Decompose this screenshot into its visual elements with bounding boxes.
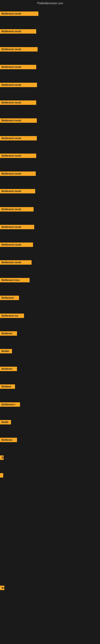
bottleneck-badge-24[interactable]: Bottle bbox=[0, 420, 11, 424]
bottleneck-badge-4[interactable]: Bottleneck result bbox=[0, 65, 36, 69]
bottleneck-badge-2[interactable]: Bottleneck result bbox=[0, 29, 36, 34]
bottleneck-item-28: Bo bbox=[0, 586, 4, 591]
bottleneck-badge-16[interactable]: Bottleneck resu bbox=[0, 278, 30, 282]
bottleneck-badge-9[interactable]: Bottleneck result bbox=[0, 154, 36, 158]
bottleneck-badge-19[interactable]: Bottlenec bbox=[0, 331, 17, 336]
bottleneck-item-15: Bottleneck result bbox=[0, 260, 32, 266]
bottleneck-item-8: Bottleneck result bbox=[0, 136, 37, 141]
bottleneck-badge-22[interactable]: Bottlene bbox=[0, 384, 15, 389]
bottleneck-item-4: Bottleneck result bbox=[0, 65, 36, 70]
bottleneck-item-19: Bottlenec bbox=[0, 331, 17, 336]
bottleneck-badge-25[interactable]: Bottlenec bbox=[0, 438, 17, 442]
site-header: TheBottlenecker.com bbox=[0, 0, 100, 6]
bottleneck-item-12: Bottleneck result bbox=[0, 207, 34, 212]
bottleneck-badge-3[interactable]: Bottleneck result bbox=[0, 47, 38, 52]
bottleneck-item-16: Bottleneck resu bbox=[0, 278, 30, 283]
bottleneck-badge-18[interactable]: Bottleneck res bbox=[0, 314, 24, 318]
bottleneck-item-21: Bottlenec bbox=[0, 367, 17, 372]
bottleneck-item-9: Bottleneck result bbox=[0, 154, 36, 159]
bottleneck-badge-23[interactable]: Bottleneck r bbox=[0, 402, 20, 407]
bottleneck-badge-17[interactable]: Bottleneck bbox=[0, 296, 19, 300]
bottleneck-item-2: Bottleneck result bbox=[0, 29, 36, 34]
bottleneck-badge-10[interactable]: Bottleneck result bbox=[0, 172, 36, 176]
bottleneck-item-7: Bottleneck result bbox=[0, 118, 37, 124]
bottleneck-badge-13[interactable]: Bottleneck result bbox=[0, 225, 34, 229]
bottleneck-badge-8[interactable]: Bottleneck result bbox=[0, 136, 37, 140]
bottleneck-badge-28[interactable]: Bo bbox=[0, 586, 4, 590]
bottleneck-badge-7[interactable]: Bottleneck result bbox=[0, 118, 37, 123]
bottleneck-badge-15[interactable]: Bottleneck result bbox=[0, 260, 32, 265]
bottleneck-item-10: Bottleneck result bbox=[0, 172, 36, 177]
bottleneck-item-26: B bbox=[0, 456, 3, 461]
bottleneck-item-22: Bottlene bbox=[0, 384, 15, 390]
bottleneck-item-14: Bottleneck result bbox=[0, 242, 33, 248]
bottleneck-item-20: Bottler bbox=[0, 349, 12, 354]
bottleneck-badge-26[interactable]: B bbox=[0, 456, 3, 460]
bottleneck-item-17: Bottleneck bbox=[0, 296, 19, 301]
bottleneck-item-11: Bottleneck result bbox=[0, 189, 35, 194]
bottleneck-item-1: Bottleneck result bbox=[0, 12, 38, 17]
bottleneck-badge-20[interactable]: Bottler bbox=[0, 349, 12, 354]
bottleneck-badge-12[interactable]: Bottleneck result bbox=[0, 207, 34, 212]
bottleneck-badge-6[interactable]: Bottleneck result bbox=[0, 100, 36, 105]
bottleneck-badge-14[interactable]: Bottleneck result bbox=[0, 242, 33, 247]
bottleneck-item-24: Bottle bbox=[0, 420, 11, 425]
bottleneck-item-25: Bottlenec bbox=[0, 438, 17, 443]
bottleneck-item-18: Bottleneck res bbox=[0, 314, 24, 319]
bottleneck-badge-5[interactable]: Bottleneck result bbox=[0, 83, 37, 87]
bottleneck-item-23: Bottleneck r bbox=[0, 402, 20, 408]
bottleneck-item-6: Bottleneck result bbox=[0, 100, 36, 106]
bottleneck-badge-27[interactable] bbox=[0, 473, 3, 478]
bottleneck-item-5: Bottleneck result bbox=[0, 83, 37, 88]
bottleneck-badge-11[interactable]: Bottleneck result bbox=[0, 189, 35, 194]
bottleneck-badge-21[interactable]: Bottlenec bbox=[0, 367, 17, 371]
site-title: TheBottlenecker.com bbox=[37, 2, 63, 5]
bottleneck-item-13: Bottleneck result bbox=[0, 225, 34, 230]
bottleneck-badge-1[interactable]: Bottleneck result bbox=[0, 12, 38, 16]
bottleneck-item-3: Bottleneck result bbox=[0, 47, 38, 52]
bottleneck-item-27 bbox=[0, 473, 3, 478]
